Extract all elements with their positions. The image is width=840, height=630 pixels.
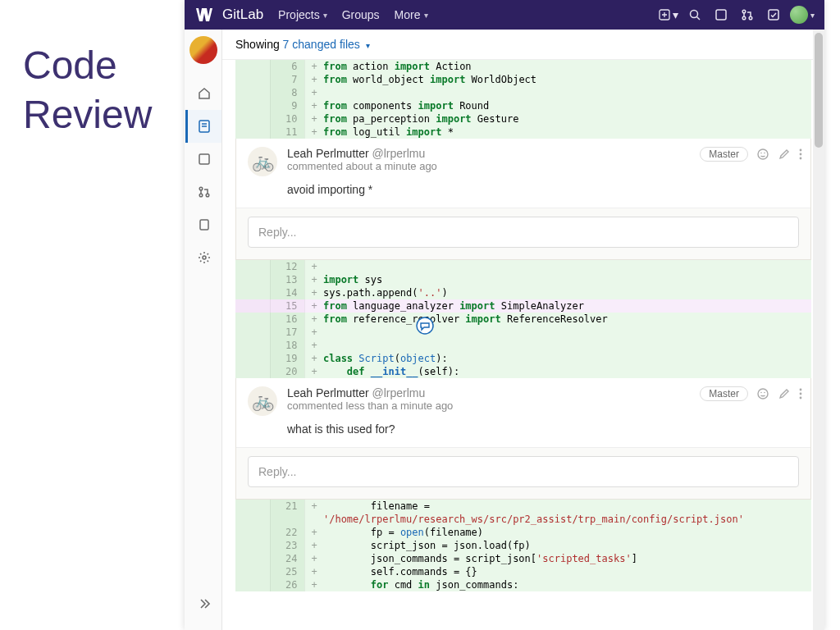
todos-icon[interactable] bbox=[762, 3, 785, 26]
scrollbar[interactable] bbox=[813, 30, 824, 630]
more-icon[interactable] bbox=[799, 148, 802, 161]
code-line[interactable]: 9+ from components import Round bbox=[235, 99, 811, 112]
code-line[interactable]: 20+ def __init__(self): bbox=[235, 365, 811, 378]
commenter-avatar[interactable]: 🚲 bbox=[248, 147, 277, 176]
diff-content: Showing 7 changed files ▾ 6+ from action… bbox=[222, 30, 824, 630]
code-line[interactable]: 12+ bbox=[235, 260, 811, 273]
svg-rect-3 bbox=[716, 10, 726, 20]
reply-input[interactable]: Reply... bbox=[248, 456, 799, 487]
code-line[interactable]: 26+ for cmd in json_commands: bbox=[235, 578, 811, 591]
slide-title-line1: Code bbox=[23, 41, 152, 90]
new-dropdown[interactable]: ▾ bbox=[657, 3, 680, 26]
sidebar-item-settings[interactable] bbox=[185, 241, 221, 274]
svg-point-16 bbox=[203, 256, 206, 259]
nav-projects[interactable]: Projects▾ bbox=[278, 8, 327, 21]
merge-requests-icon[interactable] bbox=[736, 3, 759, 26]
scrollbar-thumb[interactable] bbox=[815, 33, 823, 148]
svg-point-18 bbox=[760, 153, 762, 154]
code-line[interactable]: 13+ import sys bbox=[235, 273, 811, 286]
line-comment-indicator[interactable] bbox=[416, 317, 434, 335]
changed-files-link[interactable]: 7 changed files ▾ bbox=[283, 38, 370, 51]
more-icon[interactable] bbox=[799, 387, 802, 400]
code-line[interactable]: 25+ self.commands = {} bbox=[235, 565, 811, 578]
code-line[interactable]: 23+ script_json = json.load(fp) bbox=[235, 539, 811, 552]
chevron-down-icon: ▾ bbox=[366, 41, 370, 50]
nav-more[interactable]: More▾ bbox=[395, 8, 428, 21]
code-table-a: 6+ from action import Action7+ from worl… bbox=[235, 60, 811, 139]
diff-block-c: 21+ filename = '/home/lrperlmu/research_… bbox=[235, 500, 811, 591]
svg-point-23 bbox=[758, 389, 768, 399]
svg-rect-15 bbox=[200, 220, 208, 230]
svg-point-19 bbox=[764, 153, 765, 154]
sidebar-item-repository[interactable] bbox=[185, 110, 221, 143]
commenter-name: Leah Perlmutter bbox=[287, 386, 369, 399]
svg-point-26 bbox=[800, 389, 802, 391]
comment-card-b: 🚲 Leah Perlmutter @lrperlmu commented le… bbox=[235, 378, 811, 500]
project-avatar[interactable] bbox=[189, 36, 217, 64]
brand-label[interactable]: GitLab bbox=[222, 7, 263, 23]
svg-point-24 bbox=[760, 392, 762, 394]
edit-icon[interactable] bbox=[778, 387, 791, 400]
code-line[interactable]: 15+ from language_analyzer import Simple… bbox=[235, 299, 811, 313]
nav-groups[interactable]: Groups bbox=[342, 8, 380, 21]
svg-point-21 bbox=[800, 153, 802, 156]
svg-point-27 bbox=[800, 393, 802, 395]
sidebar-item-merge-requests[interactable] bbox=[185, 176, 221, 208]
code-line[interactable]: 6+ from action import Action bbox=[235, 60, 811, 73]
code-line[interactable]: 16+ from reference_resolver import Refer… bbox=[235, 313, 811, 326]
svg-point-29 bbox=[417, 317, 433, 334]
code-line[interactable]: 19+ class Script(object): bbox=[235, 352, 811, 365]
code-line[interactable]: 21+ filename = bbox=[235, 500, 811, 513]
user-avatar[interactable] bbox=[790, 6, 808, 24]
code-line[interactable]: 10+ from pa_perception import Gesture bbox=[235, 112, 811, 126]
svg-point-6 bbox=[749, 16, 752, 20]
sidebar-expand[interactable] bbox=[185, 587, 221, 620]
chevron-down-icon: ▾ bbox=[810, 11, 815, 20]
svg-line-2 bbox=[697, 17, 701, 21]
code-line[interactable]: 18+ bbox=[235, 339, 811, 352]
code-line[interactable]: 11+ from log_util import * bbox=[235, 126, 811, 139]
svg-point-20 bbox=[800, 149, 802, 152]
svg-point-14 bbox=[206, 194, 209, 197]
diff-block-a: 6+ from action import Action7+ from worl… bbox=[235, 60, 811, 139]
comment-timestamp: commented less than a minute ago bbox=[287, 399, 453, 412]
changed-files-bar: Showing 7 changed files ▾ bbox=[222, 30, 824, 60]
role-badge: Master bbox=[700, 386, 748, 401]
issues-icon[interactable] bbox=[710, 3, 733, 26]
commenter-identity: Leah Perlmutter @lrperlmu bbox=[287, 147, 437, 160]
svg-point-13 bbox=[199, 194, 203, 197]
emoji-icon[interactable] bbox=[756, 387, 769, 400]
search-icon[interactable] bbox=[683, 3, 706, 26]
diff-block-b: 12+ 13+ import sys14+ sys.path.append('.… bbox=[235, 260, 811, 378]
slide-title: Code Review bbox=[23, 41, 152, 139]
code-line[interactable]: 24+ json_commands = script_json['scripte… bbox=[235, 552, 811, 565]
code-line[interactable]: 22+ fp = open(filename) bbox=[235, 526, 811, 539]
comment-card-a: 🚲 Leah Perlmutter @lrperlmu commented ab… bbox=[235, 139, 811, 260]
code-line[interactable]: 14+ sys.path.append('..') bbox=[235, 286, 811, 299]
commenter-handle: @lrperlmu bbox=[372, 386, 426, 399]
svg-point-17 bbox=[758, 149, 768, 159]
code-line[interactable]: 8+ bbox=[235, 86, 811, 99]
commenter-avatar[interactable]: 🚲 bbox=[248, 386, 277, 416]
code-table-b: 12+ 13+ import sys14+ sys.path.append('.… bbox=[235, 260, 811, 378]
emoji-icon[interactable] bbox=[756, 148, 769, 161]
comment-body: what is this used for? bbox=[236, 419, 810, 447]
role-badge: Master bbox=[700, 147, 748, 162]
svg-point-25 bbox=[764, 392, 765, 394]
sidebar-item-issues[interactable] bbox=[185, 143, 221, 176]
code-line[interactable]: '/home/lrperlmu/research_ws/src/pr2_assi… bbox=[235, 513, 811, 526]
code-line[interactable]: 17+ bbox=[235, 326, 811, 339]
svg-point-1 bbox=[691, 11, 698, 18]
sidebar-item-home[interactable] bbox=[185, 77, 221, 110]
svg-point-12 bbox=[199, 187, 203, 190]
sidebar bbox=[185, 30, 222, 630]
reply-input[interactable]: Reply... bbox=[248, 217, 799, 248]
uw-logo[interactable] bbox=[194, 5, 214, 25]
code-line[interactable]: 7+ from world_object import WorldObject bbox=[235, 73, 811, 86]
comment-body: avoid importing * bbox=[236, 180, 810, 208]
edit-icon[interactable] bbox=[778, 148, 791, 161]
gitlab-app-frame: GitLab Projects▾ Groups More▾ ▾ ▾ bbox=[185, 0, 824, 630]
svg-rect-7 bbox=[769, 10, 778, 20]
sidebar-item-snippets[interactable] bbox=[185, 208, 221, 241]
top-nav: GitLab Projects▾ Groups More▾ ▾ ▾ bbox=[185, 0, 824, 30]
